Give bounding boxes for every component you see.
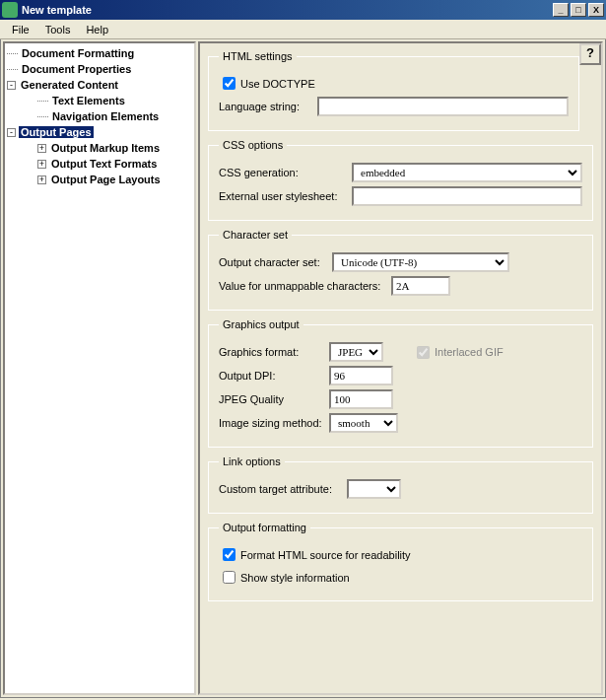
css-options-legend: CSS options (219, 139, 287, 151)
custom-target-label: Custom target attribute: (219, 483, 347, 495)
unmappable-input[interactable] (391, 276, 450, 296)
format-readability-checkbox[interactable] (223, 548, 236, 561)
tree-toggle-textfmt[interactable]: + (37, 160, 46, 169)
custom-target-select[interactable] (347, 479, 401, 499)
link-options-legend: Link options (219, 455, 285, 467)
app-icon (2, 2, 18, 18)
image-sizing-label: Image sizing method: (219, 417, 329, 429)
image-sizing-select[interactable]: smooth (329, 413, 398, 433)
tree-pane: Document Formatting Document Properties … (3, 41, 196, 695)
graphics-group: Graphics output Graphics format: JPEG In… (208, 318, 593, 448)
external-stylesheet-input[interactable] (352, 186, 582, 206)
css-generation-select[interactable]: embedded (352, 163, 582, 182)
tree-toggle-gencontent[interactable]: - (7, 81, 16, 90)
window-title: New template (22, 4, 553, 16)
tree-toggle-outputpages[interactable]: - (7, 128, 16, 137)
tree-page-layouts[interactable]: Output Page Layouts (49, 174, 163, 185)
output-charset-select[interactable]: Unicode (UTF-8) (332, 252, 509, 272)
close-button[interactable]: X (588, 3, 604, 17)
output-formatting-legend: Output formatting (219, 522, 310, 533)
use-doctype-checkbox[interactable] (223, 77, 236, 90)
graphics-format-label: Graphics format: (219, 346, 329, 358)
jpeg-quality-label: JPEG Quality (219, 393, 329, 405)
charset-group: Character set Output character set: Unic… (208, 229, 593, 311)
link-options-group: Link options Custom target attribute: (208, 455, 593, 514)
maximize-button[interactable]: □ (571, 3, 586, 17)
format-readability-label: Format HTML source for readability (240, 549, 411, 561)
external-stylesheet-label: External user stylesheet: (219, 190, 352, 202)
tree-text-elements[interactable]: Text Elements (50, 95, 127, 106)
show-style-info-checkbox[interactable] (223, 571, 236, 584)
tree-toggle-markup[interactable]: + (37, 144, 46, 153)
tree-doc-properties[interactable]: Document Properties (20, 63, 133, 75)
language-string-label: Language string: (219, 101, 317, 112)
content-pane: ? HTML settings Use DOCTYPE Language str… (198, 41, 603, 695)
output-charset-label: Output character set: (219, 256, 332, 268)
help-button[interactable]: ? (579, 43, 601, 65)
graphics-legend: Graphics output (219, 318, 303, 330)
titlebar: New template _ □ X (0, 0, 606, 20)
body-area: Document Formatting Document Properties … (0, 39, 606, 698)
unmappable-label: Value for unmappable characters: (219, 280, 391, 292)
html-settings-group: HTML settings Use DOCTYPE Language strin… (208, 50, 579, 131)
menu-help[interactable]: Help (78, 22, 116, 37)
tree-gen-content[interactable]: Generated Content (19, 79, 120, 91)
window-controls: _ □ X (553, 3, 604, 17)
language-string-input[interactable] (317, 97, 569, 116)
charset-legend: Character set (219, 229, 292, 241)
minimize-button[interactable]: _ (553, 3, 569, 17)
menu-tools[interactable]: Tools (37, 22, 79, 37)
jpeg-quality-input[interactable] (329, 389, 393, 409)
tree-output-pages[interactable]: Output Pages (19, 126, 94, 138)
use-doctype-label: Use DOCTYPE (240, 78, 315, 90)
css-generation-label: CSS generation: (219, 167, 352, 178)
show-style-info-label: Show style information (240, 572, 350, 584)
tree-markup-items[interactable]: Output Markup Items (49, 142, 162, 154)
graphics-format-select[interactable]: JPEG (329, 342, 383, 362)
menu-file[interactable]: File (4, 22, 37, 37)
output-formatting-group: Output formatting Format HTML source for… (208, 522, 593, 601)
tree-nav-elements[interactable]: Navigation Elements (50, 110, 161, 122)
tree-toggle-layouts[interactable]: + (37, 175, 46, 184)
interlaced-gif-label: Interlaced GIF (435, 346, 504, 358)
tree-doc-formatting[interactable]: Document Formatting (20, 47, 136, 59)
css-options-group: CSS options CSS generation: embedded Ext… (208, 139, 593, 221)
html-settings-legend: HTML settings (219, 50, 297, 62)
menubar: File Tools Help (0, 20, 606, 39)
interlaced-gif-checkbox (417, 346, 430, 359)
tree-text-formats[interactable]: Output Text Formats (49, 158, 159, 170)
output-dpi-label: Output DPI: (219, 370, 329, 382)
output-dpi-input[interactable] (329, 366, 393, 385)
